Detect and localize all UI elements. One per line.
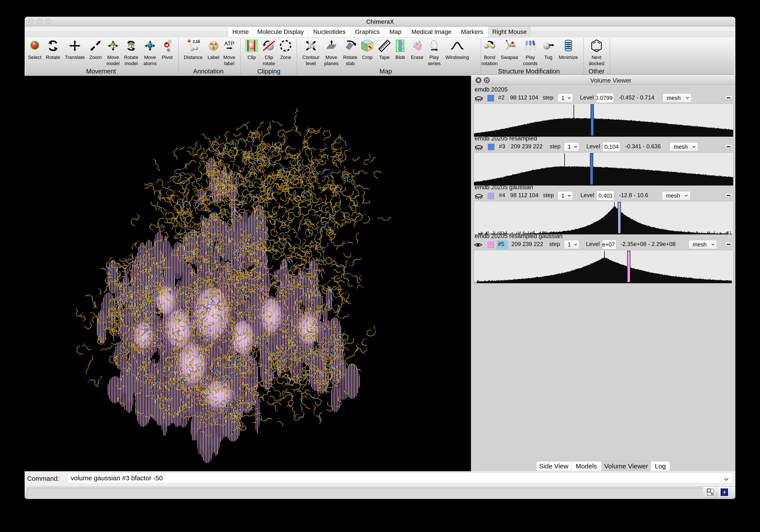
svg-text:ASN: ASN bbox=[509, 44, 515, 48]
svg-text:ATP: ATP bbox=[224, 40, 234, 46]
svg-text:8: 8 bbox=[212, 46, 214, 50]
svg-text:2.3Å: 2.3Å bbox=[193, 40, 200, 44]
